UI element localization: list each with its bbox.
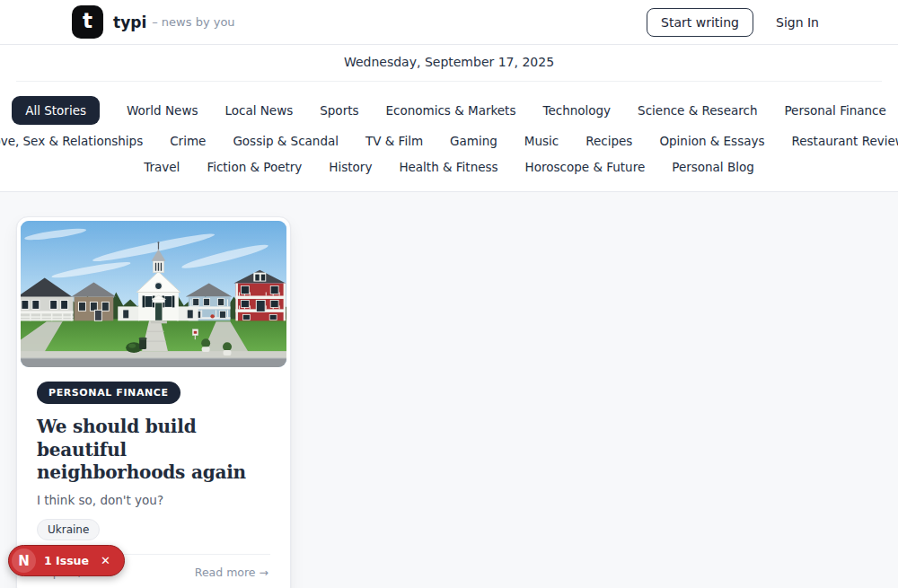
nav-item-sports[interactable]: Sports bbox=[320, 101, 358, 120]
read-more-link[interactable]: Read more → bbox=[195, 566, 269, 579]
nav-item-economics-markets[interactable]: Economics & Markets bbox=[386, 101, 516, 120]
start-writing-button[interactable]: Start writing bbox=[647, 8, 753, 37]
card-tags: Ukraine bbox=[37, 519, 270, 540]
nav-item-personal-blog[interactable]: Personal Blog bbox=[672, 157, 754, 177]
category-nav-row: TravelFiction & PoetryHistoryHealth & Fi… bbox=[0, 157, 898, 177]
sign-in-link[interactable]: Sign In bbox=[776, 15, 819, 30]
brand-name: typi bbox=[113, 13, 146, 31]
dev-issues-badge[interactable]: N 1 Issue ✕ bbox=[8, 545, 125, 576]
logo-letter: t bbox=[83, 11, 92, 31]
article-subtitle: I think so, don't you? bbox=[37, 493, 270, 507]
nav-item-opinion-essays[interactable]: Opinion & Essays bbox=[659, 131, 764, 151]
category-nav-row: Love, Sex & RelationshipsCrimeGossip & S… bbox=[0, 131, 898, 151]
article-card[interactable]: PERSONAL FINANCE We should build beautif… bbox=[16, 216, 291, 588]
nextjs-n-icon[interactable]: N bbox=[12, 549, 36, 573]
category-badge[interactable]: PERSONAL FINANCE bbox=[37, 382, 180, 404]
nav-item-technology[interactable]: Technology bbox=[542, 101, 611, 120]
stories-feed: PERSONAL FINANCE We should build beautif… bbox=[0, 192, 898, 588]
close-icon[interactable]: ✕ bbox=[99, 554, 112, 567]
current-date: Wednesday, September 17, 2025 bbox=[16, 55, 882, 82]
nav-item-gaming[interactable]: Gaming bbox=[450, 131, 497, 151]
nav-item-travel[interactable]: Travel bbox=[144, 157, 180, 177]
category-nav: All StoriesWorld NewsLocal NewsSportsEco… bbox=[0, 82, 898, 192]
issue-count-label: 1 Issue bbox=[44, 554, 89, 567]
nav-item-personal-finance[interactable]: Personal Finance bbox=[784, 101, 885, 120]
brand-tagline: – news by you bbox=[152, 15, 234, 29]
nav-item-crime[interactable]: Crime bbox=[170, 131, 206, 151]
tag-chip-ukraine[interactable]: Ukraine bbox=[37, 519, 100, 540]
dev-badge-letter: N bbox=[18, 553, 30, 569]
nav-item-all-stories[interactable]: All Stories bbox=[12, 96, 100, 125]
neighborhood-photo bbox=[21, 221, 286, 367]
nav-item-history[interactable]: History bbox=[329, 157, 372, 177]
nav-item-love-sex-relationships[interactable]: Love, Sex & Relationships bbox=[0, 131, 143, 151]
nav-item-science-research[interactable]: Science & Research bbox=[638, 101, 757, 120]
article-card-image[interactable] bbox=[21, 221, 286, 367]
nav-item-world-news[interactable]: World News bbox=[127, 101, 198, 120]
brand-group[interactable]: t typi – news by you bbox=[72, 5, 235, 39]
article-title[interactable]: We should build beautiful neighborhoods … bbox=[37, 416, 270, 485]
typi-logo-icon[interactable]: t bbox=[72, 5, 103, 39]
date-bar: Wednesday, September 17, 2025 bbox=[0, 45, 898, 82]
nav-item-local-news[interactable]: Local News bbox=[224, 101, 293, 120]
header: t typi – news by you Start writing Sign … bbox=[0, 0, 898, 45]
header-actions: Start writing Sign In bbox=[647, 8, 819, 37]
nav-item-restaurant-reviews[interactable]: Restaurant Reviews bbox=[791, 131, 898, 151]
nav-item-gossip-scandal[interactable]: Gossip & Scandal bbox=[233, 131, 339, 151]
category-nav-row: All StoriesWorld NewsLocal NewsSportsEco… bbox=[0, 96, 898, 125]
nav-item-music[interactable]: Music bbox=[524, 131, 559, 151]
nav-item-recipes[interactable]: Recipes bbox=[585, 131, 632, 151]
nav-item-horoscope-future[interactable]: Horoscope & Future bbox=[525, 157, 646, 177]
nav-item-fiction-poetry[interactable]: Fiction & Poetry bbox=[207, 157, 302, 177]
nav-item-tv-film[interactable]: TV & Film bbox=[365, 131, 423, 151]
nav-item-health-fitness[interactable]: Health & Fitness bbox=[399, 157, 497, 177]
